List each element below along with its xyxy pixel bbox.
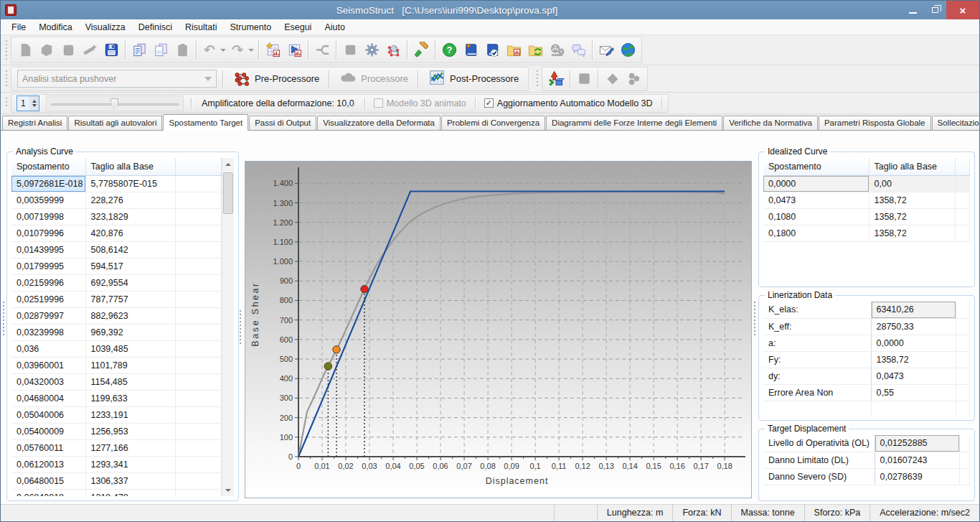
cell[interactable]: 0,0278639 — [875, 468, 959, 485]
cell[interactable]: 0,036 — [11, 340, 85, 357]
dropdown-arrow-icon[interactable] — [248, 49, 254, 52]
run-analysis-module-button[interactable] — [283, 39, 305, 62]
cell[interactable]: 508,6142 — [85, 241, 175, 258]
spinner-down-icon[interactable] — [32, 104, 37, 107]
cell[interactable]: 692,9554 — [85, 274, 175, 291]
cell[interactable] — [871, 401, 956, 416]
analysis-type-select[interactable]: Analisi statica pushover — [17, 70, 217, 88]
row-label-cell[interactable]: Fy: — [763, 351, 871, 368]
cell[interactable]: 969,392 — [85, 324, 175, 340]
cell[interactable]: 0,01079996 — [11, 225, 85, 241]
auto-update-3d-checkbox[interactable]: ✓ Aggiornamento Automatico Modello 3D — [479, 98, 659, 108]
format-painter-button[interactable] — [410, 39, 432, 62]
scrollbar-thumb[interactable] — [223, 172, 233, 214]
cell[interactable]: 1039,485 — [85, 340, 175, 357]
cell[interactable]: 1199,633 — [85, 390, 175, 406]
cell[interactable]: 1233,191 — [85, 406, 175, 423]
row-label-cell[interactable]: Danno Limitato (DL) — [763, 452, 875, 468]
cell[interactable]: 1101,789 — [85, 357, 175, 373]
cell[interactable]: 1358,72 — [869, 208, 955, 225]
tab-verifiche-da-normativa[interactable]: Verifiche da Normativa — [723, 116, 818, 130]
toolbar-drag-handle[interactable] — [535, 70, 540, 87]
menu-definisci[interactable]: Definisci — [132, 21, 179, 34]
row-label-cell[interactable]: K_elas: — [763, 302, 871, 318]
tab-passi-di-output[interactable]: Passi di Output — [249, 116, 316, 130]
undo-button[interactable]: ↶ — [199, 39, 227, 62]
left-chart-splitter[interactable] — [238, 310, 243, 345]
cell[interactable]: 1293,341 — [85, 456, 175, 472]
animated-model-checkbox[interactable]: Modello 3D animato — [368, 98, 472, 108]
tab-registri-analisi[interactable]: Registri Analisi — [2, 116, 67, 130]
cell[interactable]: 0,05400009 — [11, 423, 85, 439]
cell[interactable]: 0,00359999 — [11, 192, 85, 208]
open-results-folder-button[interactable] — [503, 39, 524, 62]
cell[interactable]: 0,0000 — [871, 335, 956, 351]
deformed-shape-view-button[interactable] — [545, 68, 567, 90]
project-settings-button[interactable] — [361, 39, 382, 62]
cell[interactable]: 787,7757 — [85, 291, 175, 307]
open-project-button[interactable] — [36, 39, 57, 62]
cell[interactable]: 228,276 — [85, 192, 175, 208]
cell[interactable]: 323,1829 — [85, 208, 175, 225]
toolbar-drag-handle[interactable] — [4, 70, 9, 87]
tab-spostamento-target[interactable]: Spostamento Target — [163, 114, 248, 131]
cell[interactable]: 5,7785807E-015 — [85, 175, 175, 192]
merge-tool-button[interactable] — [311, 39, 333, 62]
cell[interactable]: 1256,953 — [85, 423, 175, 439]
scroll-up-button[interactable] — [222, 158, 234, 170]
dropdown-arrow-icon[interactable] — [220, 49, 226, 52]
menu-aiuto[interactable]: Aiuto — [318, 21, 352, 34]
menu-esegui[interactable]: Esegui — [278, 21, 318, 34]
cell[interactable]: 0,1080 — [763, 208, 869, 225]
row-label-cell[interactable]: Danno Severo (SD) — [763, 468, 875, 485]
cell[interactable]: 0,05760011 — [11, 439, 85, 456]
cell[interactable]: 0,05040006 — [11, 406, 85, 423]
cell[interactable]: 0,06480015 — [11, 472, 85, 489]
row-label-cell[interactable]: Errore Area Non — [763, 384, 871, 401]
diamond-tool-button[interactable] — [601, 68, 623, 90]
restore-button[interactable] — [924, 1, 946, 19]
panel-splitter[interactable] — [1, 302, 6, 336]
cell[interactable]: 1306,337 — [85, 472, 175, 489]
new-project-button[interactable] — [14, 39, 36, 62]
tab-risultati-agli-autovalori[interactable]: Risultati agli autovalori — [68, 116, 162, 130]
copy-page-button[interactable] — [150, 39, 171, 62]
cell[interactable]: 0,06120013 — [11, 456, 85, 472]
cell[interactable]: 0,06840018 — [11, 489, 85, 496]
help-button[interactable]: ? — [438, 39, 460, 62]
row-label-cell[interactable]: dy: — [763, 368, 871, 384]
cell[interactable]: 0,04320003 — [11, 373, 85, 390]
cell[interactable]: 0,02879997 — [11, 307, 85, 324]
close-project-button[interactable] — [57, 39, 79, 62]
nodes-tool-button[interactable] — [623, 68, 644, 90]
verifications-book-button[interactable] — [481, 39, 503, 62]
refresh-results-button[interactable] — [524, 39, 546, 62]
toolbar-drag-handle[interactable] — [4, 98, 9, 108]
post-processor-button[interactable]: Post-Processore — [421, 67, 525, 90]
tab-visualizzatore-della-deformata[interactable]: Visualizzatore della Deformata — [317, 116, 440, 130]
menu-risultati[interactable]: Risultati — [179, 21, 223, 34]
menu-visualizza[interactable]: Visualizza — [79, 21, 132, 34]
cell[interactable]: 0,0473 — [871, 368, 956, 384]
cell[interactable]: 28750,33 — [871, 318, 956, 335]
export-document-button[interactable] — [128, 39, 150, 62]
cell[interactable]: 0,03239998 — [11, 324, 85, 340]
chart-right-splitter[interactable] — [753, 302, 758, 336]
cell[interactable]: 1358,72 — [871, 351, 956, 368]
send-email-button[interactable] — [595, 39, 617, 62]
deformation-slider[interactable] — [46, 95, 184, 111]
cell[interactable]: 0,02159996 — [11, 274, 85, 291]
cell[interactable]: 1277,166 — [85, 439, 175, 456]
row-label-cell[interactable] — [763, 401, 871, 416]
cell[interactable]: 0,00719998 — [11, 208, 85, 225]
cell[interactable]: 882,9623 — [85, 307, 175, 324]
tab-parametri-risposta-globale[interactable]: Parametri Risposta Globale — [819, 116, 931, 130]
row-label-cell[interactable]: Livello di Operatività (OL) — [763, 435, 875, 452]
cell[interactable]: 5,0972681E-018 — [11, 175, 85, 192]
cell[interactable]: 0,03960001 — [11, 357, 85, 373]
toolbar-drag-handle[interactable] — [4, 40, 9, 60]
cell[interactable]: 0,02519996 — [11, 291, 85, 307]
cell[interactable]: 0,04680004 — [11, 390, 85, 406]
plot-tool-button[interactable] — [573, 68, 595, 90]
cell[interactable]: 0,55 — [871, 384, 956, 401]
